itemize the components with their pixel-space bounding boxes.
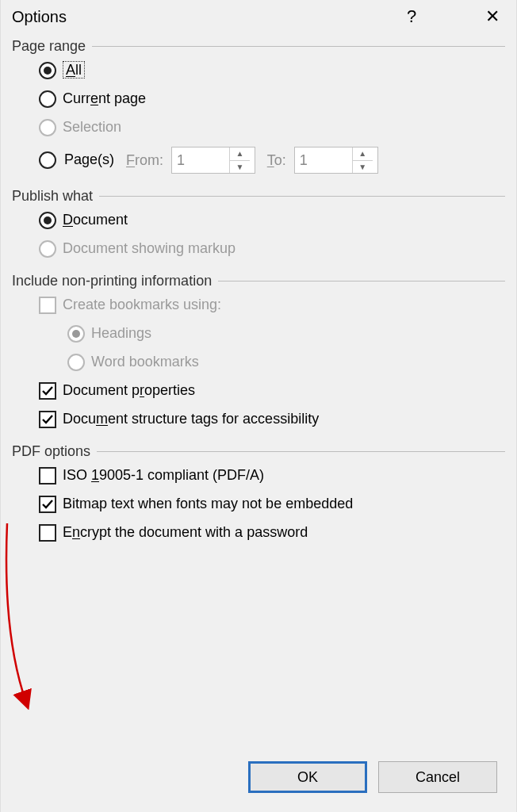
radio-headings-row: Headings	[1, 320, 516, 348]
group-include-nonprinting: Include non-printing information	[1, 270, 516, 291]
from-label: From:	[122, 152, 163, 169]
checkbox-bitmap-label: Bitmap text when fonts may not be embedd…	[63, 496, 353, 513]
group-label-text: PDF options	[12, 443, 90, 460]
radio-pages-row[interactable]: Page(s) From: ▲ ▼ To: ▲ ▼	[1, 142, 516, 178]
radio-all-row[interactable]: All	[1, 56, 516, 85]
annotation-arrow-icon	[1, 523, 33, 714]
checkbox-encrypt-password[interactable]	[39, 524, 56, 542]
dialog-button-row: OK Cancel	[248, 761, 497, 793]
to-input[interactable]	[295, 147, 352, 173]
cancel-button[interactable]: Cancel	[378, 761, 497, 793]
radio-current-row[interactable]: Current page	[1, 85, 516, 113]
title-bar: Options ? ✕	[1, 0, 516, 35]
to-spinbox[interactable]: ▲ ▼	[294, 147, 378, 174]
group-pdf-options: PDF options	[1, 440, 516, 462]
from-input[interactable]	[172, 147, 229, 173]
checkbox-doc-structure-row[interactable]: Document structure tags for accessibilit…	[1, 405, 516, 434]
checkbox-bitmap-row[interactable]: Bitmap text when fonts may not be embedd…	[1, 490, 516, 519]
radio-markup-label: Document showing markup	[63, 240, 236, 258]
from-spin-down[interactable]: ▼	[230, 161, 250, 174]
close-icon[interactable]: ✕	[480, 6, 505, 27]
checkbox-create-bookmarks	[39, 297, 56, 314]
radio-current-page[interactable]	[39, 90, 56, 108]
checkbox-iso-row[interactable]: ISO 19005-1 compliant (PDF/A)	[1, 462, 516, 490]
radio-word-bookmarks-row: Word bookmarks	[1, 348, 516, 377]
from-spin-up[interactable]: ▲	[230, 147, 250, 161]
checkbox-doc-structure[interactable]	[39, 411, 56, 428]
checkbox-bookmarks-row: Create bookmarks using:	[1, 291, 516, 320]
checkbox-bitmap-text[interactable]	[39, 496, 56, 513]
radio-document-markup	[39, 240, 56, 258]
radio-selection	[39, 119, 56, 136]
dialog-title: Options	[12, 8, 67, 26]
group-label-text: Publish what	[12, 188, 93, 205]
radio-selection-label: Selection	[63, 119, 121, 136]
group-publish-what: Publish what	[1, 185, 516, 206]
checkbox-iso-compliant[interactable]	[39, 467, 56, 485]
to-label: To:	[263, 152, 286, 169]
help-icon[interactable]: ?	[399, 6, 424, 27]
radio-document-row[interactable]: Document	[1, 206, 516, 235]
group-label-text: Page range	[12, 38, 86, 55]
radio-word-bookmarks-label: Word bookmarks	[91, 354, 199, 371]
radio-word-bookmarks	[67, 354, 85, 371]
checkbox-bookmarks-label: Create bookmarks using:	[63, 297, 221, 314]
from-spinbox[interactable]: ▲ ▼	[171, 147, 255, 174]
radio-all-label: All	[63, 61, 85, 79]
group-label-text: Include non-printing information	[12, 273, 212, 289]
radio-current-label: Current page	[63, 90, 146, 108]
radio-selection-row: Selection	[1, 113, 516, 142]
checkbox-doc-structure-label: Document structure tags for accessibilit…	[63, 411, 319, 428]
radio-pages-label: Page(s)	[64, 151, 114, 169]
radio-headings-label: Headings	[91, 325, 151, 343]
to-spin-down[interactable]: ▼	[353, 161, 373, 174]
checkbox-doc-properties-row[interactable]: Document properties	[1, 377, 516, 405]
checkbox-encrypt-label: Encrypt the document with a password	[63, 524, 308, 542]
radio-document[interactable]	[39, 212, 56, 229]
radio-headings	[67, 325, 85, 343]
radio-markup-row: Document showing markup	[1, 235, 516, 263]
ok-button[interactable]: OK	[248, 761, 367, 793]
group-page-range: Page range	[1, 35, 516, 56]
radio-pages[interactable]	[39, 151, 56, 169]
checkbox-iso-label: ISO 19005-1 compliant (PDF/A)	[63, 467, 264, 485]
radio-all[interactable]	[39, 62, 56, 79]
to-spin-up[interactable]: ▲	[353, 147, 373, 161]
radio-document-label: Document	[63, 212, 128, 229]
checkbox-doc-properties-label: Document properties	[63, 382, 195, 400]
checkbox-doc-properties[interactable]	[39, 382, 56, 400]
checkbox-encrypt-row[interactable]: Encrypt the document with a password	[1, 519, 516, 547]
